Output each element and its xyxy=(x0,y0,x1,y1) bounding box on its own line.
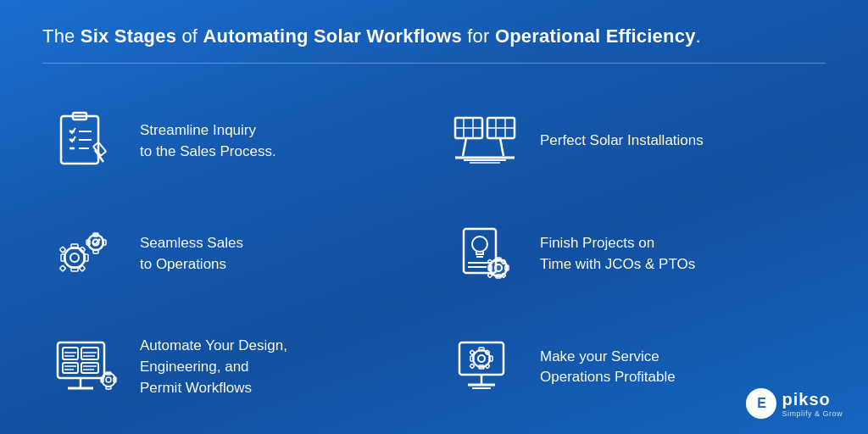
svg-point-80 xyxy=(478,355,485,362)
svg-rect-59 xyxy=(63,363,78,373)
stage-3-item: Automate Your Design,Engineering, andPer… xyxy=(42,315,426,420)
stage-5-item: Finish Projects onTime with JCOs & PTOs xyxy=(442,202,826,306)
svg-rect-9 xyxy=(93,142,106,156)
monitor-gear-icon xyxy=(447,333,523,401)
stages-grid: Streamline Inquiryto the Sales Process. xyxy=(42,89,826,420)
svg-point-73 xyxy=(106,377,111,382)
svg-rect-61 xyxy=(81,363,98,373)
epikso-logo: E pikso Simplify & Grow xyxy=(746,388,843,419)
logo-tagline: Simplify & Grow xyxy=(782,409,843,418)
page-title: The Six Stages of Automating Solar Workf… xyxy=(42,25,826,64)
svg-rect-75 xyxy=(106,387,111,389)
svg-rect-87 xyxy=(470,364,475,369)
svg-point-24 xyxy=(70,253,79,262)
logo-name: pikso xyxy=(782,390,830,409)
gears-icon xyxy=(47,220,123,288)
logo-letter: E xyxy=(757,396,766,411)
svg-rect-26 xyxy=(71,267,78,271)
svg-line-18 xyxy=(463,138,466,156)
svg-rect-25 xyxy=(71,244,78,248)
stage-2-item: Seamless Salesto Operations xyxy=(42,202,426,306)
design-workflow-icon xyxy=(47,333,123,401)
logo-name-text: pikso xyxy=(782,390,830,409)
main-container: The Six Stages of Automating Solar Workf… xyxy=(0,0,868,434)
svg-rect-36 xyxy=(93,250,98,253)
svg-rect-27 xyxy=(61,254,65,261)
solar-panel-icon xyxy=(447,108,523,175)
svg-rect-28 xyxy=(84,254,88,261)
stage-4-item: Perfect Solar Installations xyxy=(442,89,826,193)
stage-3-text: Automate Your Design,Engineering, andPer… xyxy=(140,336,287,398)
stage-2-text: Seamless Salesto Operations xyxy=(140,233,243,275)
stage-6-text: Make your ServiceOperations Profitable xyxy=(540,347,676,388)
svg-point-40 xyxy=(472,236,487,252)
lightbulb-doc-icon xyxy=(447,220,523,288)
svg-rect-29 xyxy=(59,247,65,253)
logo-text-block: pikso Simplify & Grow xyxy=(782,390,843,418)
stage-1-text: Streamline Inquiryto the Sales Process. xyxy=(140,120,276,162)
svg-rect-60 xyxy=(81,348,98,359)
clipboard-icon xyxy=(47,108,123,175)
logo-circle: E xyxy=(746,388,776,419)
svg-rect-88 xyxy=(485,364,490,369)
svg-rect-58 xyxy=(63,348,78,359)
stage-1-item: Streamline Inquiryto the Sales Process. xyxy=(42,89,426,193)
svg-point-23 xyxy=(64,248,85,268)
stage-4-text: Perfect Solar Installations xyxy=(540,131,704,152)
svg-line-19 xyxy=(500,138,504,156)
svg-rect-31 xyxy=(59,265,65,271)
stage-5-text: Finish Projects onTime with JCOs & PTOs xyxy=(540,233,695,275)
